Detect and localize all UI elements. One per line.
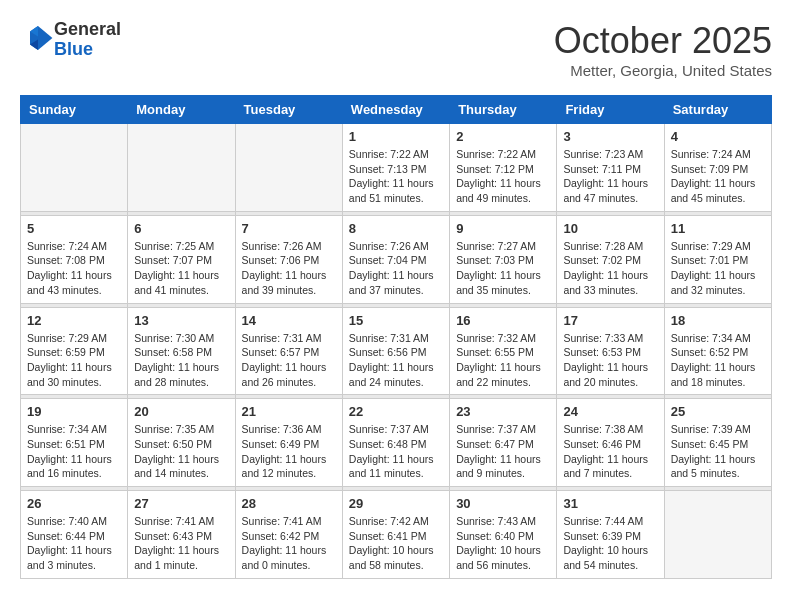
day-number: 9 bbox=[456, 221, 550, 236]
day-number: 6 bbox=[134, 221, 228, 236]
calendar-cell: 1Sunrise: 7:22 AM Sunset: 7:13 PM Daylig… bbox=[342, 124, 449, 212]
calendar-cell: 30Sunrise: 7:43 AM Sunset: 6:40 PM Dayli… bbox=[450, 491, 557, 579]
day-number: 31 bbox=[563, 496, 657, 511]
calendar-cell: 28Sunrise: 7:41 AM Sunset: 6:42 PM Dayli… bbox=[235, 491, 342, 579]
calendar-week-5: 26Sunrise: 7:40 AM Sunset: 6:44 PM Dayli… bbox=[21, 491, 772, 579]
calendar-cell: 4Sunrise: 7:24 AM Sunset: 7:09 PM Daylig… bbox=[664, 124, 771, 212]
weekday-header-thursday: Thursday bbox=[450, 96, 557, 124]
day-number: 3 bbox=[563, 129, 657, 144]
title-section: October 2025 Metter, Georgia, United Sta… bbox=[554, 20, 772, 79]
day-info: Sunrise: 7:26 AM Sunset: 7:04 PM Dayligh… bbox=[349, 239, 443, 298]
calendar-cell: 10Sunrise: 7:28 AM Sunset: 7:02 PM Dayli… bbox=[557, 215, 664, 303]
weekday-header-monday: Monday bbox=[128, 96, 235, 124]
day-info: Sunrise: 7:25 AM Sunset: 7:07 PM Dayligh… bbox=[134, 239, 228, 298]
month-title: October 2025 bbox=[554, 20, 772, 62]
day-number: 17 bbox=[563, 313, 657, 328]
calendar-week-4: 19Sunrise: 7:34 AM Sunset: 6:51 PM Dayli… bbox=[21, 399, 772, 487]
calendar-cell: 9Sunrise: 7:27 AM Sunset: 7:03 PM Daylig… bbox=[450, 215, 557, 303]
day-info: Sunrise: 7:37 AM Sunset: 6:48 PM Dayligh… bbox=[349, 422, 443, 481]
day-number: 12 bbox=[27, 313, 121, 328]
calendar-cell: 6Sunrise: 7:25 AM Sunset: 7:07 PM Daylig… bbox=[128, 215, 235, 303]
calendar-cell bbox=[664, 491, 771, 579]
calendar-cell: 26Sunrise: 7:40 AM Sunset: 6:44 PM Dayli… bbox=[21, 491, 128, 579]
day-number: 26 bbox=[27, 496, 121, 511]
day-info: Sunrise: 7:36 AM Sunset: 6:49 PM Dayligh… bbox=[242, 422, 336, 481]
day-number: 14 bbox=[242, 313, 336, 328]
day-info: Sunrise: 7:37 AM Sunset: 6:47 PM Dayligh… bbox=[456, 422, 550, 481]
day-number: 7 bbox=[242, 221, 336, 236]
weekday-header-tuesday: Tuesday bbox=[235, 96, 342, 124]
day-number: 10 bbox=[563, 221, 657, 236]
calendar-cell: 15Sunrise: 7:31 AM Sunset: 6:56 PM Dayli… bbox=[342, 307, 449, 395]
day-info: Sunrise: 7:22 AM Sunset: 7:13 PM Dayligh… bbox=[349, 147, 443, 206]
day-info: Sunrise: 7:22 AM Sunset: 7:12 PM Dayligh… bbox=[456, 147, 550, 206]
day-number: 20 bbox=[134, 404, 228, 419]
weekday-header-row: SundayMondayTuesdayWednesdayThursdayFrid… bbox=[21, 96, 772, 124]
calendar-week-1: 1Sunrise: 7:22 AM Sunset: 7:13 PM Daylig… bbox=[21, 124, 772, 212]
weekday-header-sunday: Sunday bbox=[21, 96, 128, 124]
day-number: 29 bbox=[349, 496, 443, 511]
calendar-cell: 27Sunrise: 7:41 AM Sunset: 6:43 PM Dayli… bbox=[128, 491, 235, 579]
day-number: 4 bbox=[671, 129, 765, 144]
day-info: Sunrise: 7:39 AM Sunset: 6:45 PM Dayligh… bbox=[671, 422, 765, 481]
calendar-cell bbox=[128, 124, 235, 212]
day-number: 1 bbox=[349, 129, 443, 144]
calendar-cell: 19Sunrise: 7:34 AM Sunset: 6:51 PM Dayli… bbox=[21, 399, 128, 487]
calendar-cell: 25Sunrise: 7:39 AM Sunset: 6:45 PM Dayli… bbox=[664, 399, 771, 487]
day-info: Sunrise: 7:31 AM Sunset: 6:57 PM Dayligh… bbox=[242, 331, 336, 390]
day-info: Sunrise: 7:27 AM Sunset: 7:03 PM Dayligh… bbox=[456, 239, 550, 298]
calendar-cell: 24Sunrise: 7:38 AM Sunset: 6:46 PM Dayli… bbox=[557, 399, 664, 487]
day-number: 2 bbox=[456, 129, 550, 144]
calendar-table: SundayMondayTuesdayWednesdayThursdayFrid… bbox=[20, 95, 772, 579]
day-info: Sunrise: 7:44 AM Sunset: 6:39 PM Dayligh… bbox=[563, 514, 657, 573]
day-info: Sunrise: 7:40 AM Sunset: 6:44 PM Dayligh… bbox=[27, 514, 121, 573]
weekday-header-wednesday: Wednesday bbox=[342, 96, 449, 124]
day-info: Sunrise: 7:42 AM Sunset: 6:41 PM Dayligh… bbox=[349, 514, 443, 573]
day-info: Sunrise: 7:33 AM Sunset: 6:53 PM Dayligh… bbox=[563, 331, 657, 390]
calendar-cell bbox=[21, 124, 128, 212]
day-number: 25 bbox=[671, 404, 765, 419]
day-info: Sunrise: 7:34 AM Sunset: 6:51 PM Dayligh… bbox=[27, 422, 121, 481]
day-number: 8 bbox=[349, 221, 443, 236]
day-info: Sunrise: 7:41 AM Sunset: 6:43 PM Dayligh… bbox=[134, 514, 228, 573]
calendar-week-3: 12Sunrise: 7:29 AM Sunset: 6:59 PM Dayli… bbox=[21, 307, 772, 395]
location-text: Metter, Georgia, United States bbox=[554, 62, 772, 79]
day-number: 15 bbox=[349, 313, 443, 328]
day-number: 21 bbox=[242, 404, 336, 419]
day-info: Sunrise: 7:34 AM Sunset: 6:52 PM Dayligh… bbox=[671, 331, 765, 390]
day-number: 19 bbox=[27, 404, 121, 419]
calendar-cell: 31Sunrise: 7:44 AM Sunset: 6:39 PM Dayli… bbox=[557, 491, 664, 579]
logo: General Blue bbox=[20, 20, 121, 60]
day-info: Sunrise: 7:32 AM Sunset: 6:55 PM Dayligh… bbox=[456, 331, 550, 390]
day-number: 30 bbox=[456, 496, 550, 511]
calendar-cell: 20Sunrise: 7:35 AM Sunset: 6:50 PM Dayli… bbox=[128, 399, 235, 487]
logo-icon bbox=[22, 22, 54, 54]
day-number: 23 bbox=[456, 404, 550, 419]
calendar-cell: 3Sunrise: 7:23 AM Sunset: 7:11 PM Daylig… bbox=[557, 124, 664, 212]
logo-general-text: General bbox=[54, 19, 121, 39]
day-info: Sunrise: 7:24 AM Sunset: 7:08 PM Dayligh… bbox=[27, 239, 121, 298]
weekday-header-friday: Friday bbox=[557, 96, 664, 124]
day-info: Sunrise: 7:23 AM Sunset: 7:11 PM Dayligh… bbox=[563, 147, 657, 206]
calendar-cell: 17Sunrise: 7:33 AM Sunset: 6:53 PM Dayli… bbox=[557, 307, 664, 395]
calendar-cell bbox=[235, 124, 342, 212]
day-info: Sunrise: 7:28 AM Sunset: 7:02 PM Dayligh… bbox=[563, 239, 657, 298]
day-info: Sunrise: 7:30 AM Sunset: 6:58 PM Dayligh… bbox=[134, 331, 228, 390]
day-info: Sunrise: 7:29 AM Sunset: 6:59 PM Dayligh… bbox=[27, 331, 121, 390]
calendar-cell: 16Sunrise: 7:32 AM Sunset: 6:55 PM Dayli… bbox=[450, 307, 557, 395]
calendar-cell: 29Sunrise: 7:42 AM Sunset: 6:41 PM Dayli… bbox=[342, 491, 449, 579]
day-info: Sunrise: 7:35 AM Sunset: 6:50 PM Dayligh… bbox=[134, 422, 228, 481]
calendar-week-2: 5Sunrise: 7:24 AM Sunset: 7:08 PM Daylig… bbox=[21, 215, 772, 303]
logo-blue-text: Blue bbox=[54, 39, 93, 59]
day-number: 16 bbox=[456, 313, 550, 328]
day-info: Sunrise: 7:24 AM Sunset: 7:09 PM Dayligh… bbox=[671, 147, 765, 206]
weekday-header-saturday: Saturday bbox=[664, 96, 771, 124]
day-number: 22 bbox=[349, 404, 443, 419]
calendar-cell: 22Sunrise: 7:37 AM Sunset: 6:48 PM Dayli… bbox=[342, 399, 449, 487]
page-header: General Blue October 2025 Metter, Georgi… bbox=[20, 20, 772, 79]
day-info: Sunrise: 7:29 AM Sunset: 7:01 PM Dayligh… bbox=[671, 239, 765, 298]
day-number: 5 bbox=[27, 221, 121, 236]
day-number: 13 bbox=[134, 313, 228, 328]
day-info: Sunrise: 7:38 AM Sunset: 6:46 PM Dayligh… bbox=[563, 422, 657, 481]
calendar-cell: 13Sunrise: 7:30 AM Sunset: 6:58 PM Dayli… bbox=[128, 307, 235, 395]
